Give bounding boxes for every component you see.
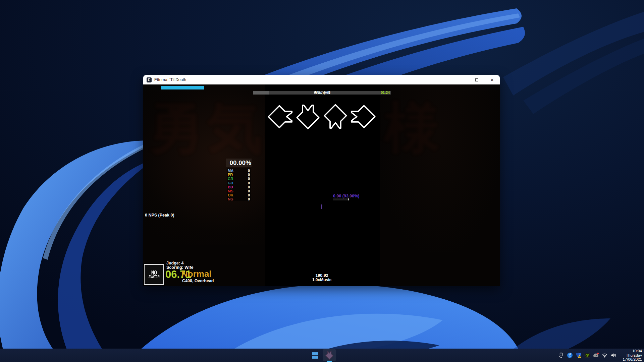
desktop: E Etterna: 'Til Death ✕ 勇気の神様 勇気の神様 01:2… [0,0,644,362]
clock-time: 10:04 [620,349,642,353]
bluetooth-icon[interactable] [567,352,573,359]
taskbar-clock[interactable]: 10:04 Thursday 17/06/2021 [620,349,642,362]
song-title: 勇気の神様 [253,91,391,95]
judgment-label: MS [228,189,233,193]
judgment-row-good: GD 0 [228,181,250,185]
close-button[interactable]: ✕ [484,75,500,84]
active-app-indicator [327,361,332,362]
judgment-count: 0 [248,173,250,177]
window-title: Etterna: 'Til Death [154,77,186,82]
judgment-count: 0 [248,177,250,181]
chart-difficulty: Normal [181,269,212,279]
taskbar: 10:04 Thursday 17/06/2021 [0,349,644,362]
window-titlebar[interactable]: E Etterna: 'Til Death ✕ [143,75,500,84]
judgment-row-great: GR 0 [228,177,250,181]
usb-icon[interactable] [558,352,564,359]
judgment-label: OK [228,193,233,197]
security-shield-icon[interactable] [575,352,582,359]
receptor-row [268,103,378,130]
receptor-down-arrow-icon [295,103,321,130]
life-bar [161,86,204,89]
etterna-app-icon: E [147,77,152,82]
song-progress-bar: 勇気の神様 01:24 [253,91,391,95]
judgment-count: 0 [248,189,250,193]
receptor-up-arrow-icon [323,103,348,130]
app-icon-letter: E [148,78,150,82]
taskbar-etterna-app[interactable] [323,349,336,361]
time-remaining: 01:24 [381,91,390,95]
wifi-icon[interactable] [601,352,608,359]
judgment-label: NG [228,197,233,201]
receptor-right-arrow-icon [350,103,376,130]
judgment-count: 0 [248,193,250,197]
close-icon: ✕ [490,78,494,82]
judgment-label: PR [228,173,233,177]
volume-icon[interactable] [610,352,616,359]
nps-counter: 0 NPS (Peak 0) [145,213,174,218]
judgment-row-bad: BD 0 [228,185,250,189]
judgment-row-hold-ok: OK 0 [228,193,250,197]
judgment-label: BD [228,185,233,189]
judgment-row-hold-ng: NG 0 [228,197,250,201]
nvidia-settings-icon[interactable] [584,352,590,359]
error-bar-tick [321,204,322,209]
judgment-row-miss: MS 0 [228,189,250,193]
mean-percent-readout: 0.00 (93.00%) [333,194,360,198]
start-button[interactable] [309,350,321,361]
judgment-row-marvelous: MA 0 [228,169,250,173]
active-mods: C400, Overhead [182,279,214,283]
etterna-window: E Etterna: 'Til Death ✕ 勇気の神様 勇気の神様 01:2… [143,75,500,286]
receptor-left-arrow-icon [268,103,293,130]
maximize-button[interactable] [469,75,484,84]
maximize-icon [475,78,478,81]
score-percent: 00.00% [220,159,251,167]
minimize-button[interactable] [453,75,469,84]
mean-mini-bar [333,198,348,200]
clock-date: 17/06/2021 [620,357,642,362]
minimize-icon [460,80,463,80]
judgment-row-perfect: PR 0 [228,173,250,177]
music-rate-display: 1.0xMusic [304,278,339,282]
judgment-count: 0 [248,185,250,189]
judgment-count: 0 [248,181,250,185]
judgment-counts: MA 0 PR 0 GR 0 GD 0 BD 0 [228,169,250,201]
discord-icon[interactable] [593,352,599,359]
judge-setting: Judge: 4 [166,261,183,265]
judgment-count: 0 [248,197,250,201]
gameplay-area: 勇気の神様 勇気の神様 01:24 [143,84,500,286]
etterna-arrow-icon [325,351,334,360]
avatar-line2: AVATAR [148,275,159,279]
judgment-label: MA [228,169,233,173]
judgment-label: GD [228,181,233,185]
judgment-label: GR [228,177,233,181]
player-avatar: NO AVATAR [144,264,164,285]
judgment-count: 0 [248,169,250,173]
windows-logo-icon [312,352,319,359]
clock-day: Thursday [620,353,642,358]
mean-mini-bar-tick [348,198,349,200]
bpm-display: 190.92 [304,273,339,278]
system-tray: 10:04 Thursday 17/06/2021 [558,349,642,362]
